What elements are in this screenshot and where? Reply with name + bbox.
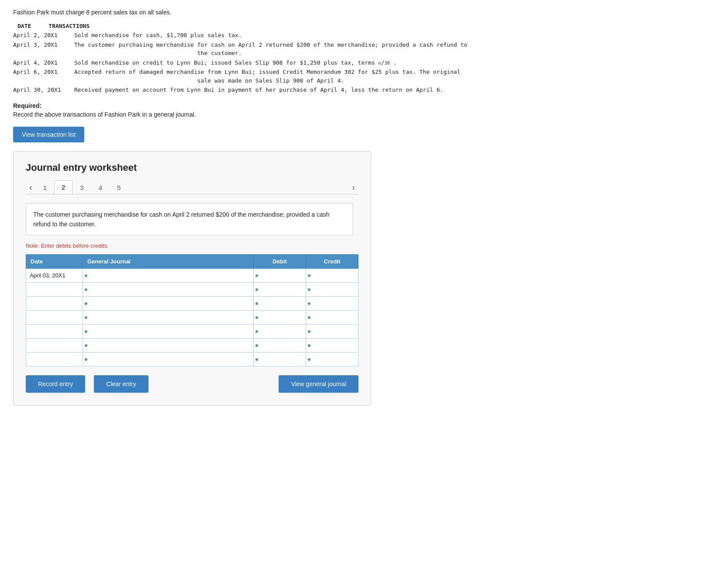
col-header-general-journal: General Journal — [83, 255, 254, 269]
entry-cell-2[interactable] — [83, 283, 254, 297]
clear-entry-button[interactable]: Clear entry — [94, 375, 148, 393]
col-header-credit: Credit — [306, 255, 358, 269]
view-general-journal-button[interactable]: View general journal — [279, 375, 358, 393]
record-entry-button[interactable]: Record entry — [26, 375, 85, 393]
entry-input-4[interactable] — [83, 311, 253, 324]
tx-text-5: Received payment on account from Lynn Bu… — [74, 86, 704, 94]
entry-input-7[interactable] — [83, 353, 253, 366]
scenario-box: The customer purchasing merchandise for … — [26, 203, 353, 236]
entry-cell-6[interactable] — [83, 339, 254, 353]
transaction-row-5: April 30, 20X1 Received payment on accou… — [13, 86, 704, 94]
date-header: DATE — [17, 23, 31, 29]
table-row-2 — [26, 283, 358, 297]
tx-date-2: April 3, 20X1 — [13, 41, 74, 58]
date-cell-3 — [26, 297, 83, 311]
tab-5[interactable]: 5 — [110, 181, 128, 194]
required-text: Record the above transactions of Fashion… — [13, 111, 704, 118]
entry-cell-3[interactable] — [83, 297, 254, 311]
transactions-table: DATE TRANSACTIONS April 2, 20X1 Sold mer… — [13, 23, 704, 94]
col-header-date: Date — [26, 255, 83, 269]
entry-input-6[interactable] — [83, 339, 253, 352]
debit-cell-3[interactable] — [254, 297, 306, 311]
table-row-6 — [26, 339, 358, 353]
tx-text-1: Sold merchandise for cash, $1,700 plus s… — [74, 31, 704, 40]
tab-navigation: ‹ 1 2 3 4 5 › — [26, 180, 358, 194]
tab-1[interactable]: 1 — [36, 181, 54, 194]
journal-table: Date General Journal Debit Credit April … — [26, 254, 358, 367]
intro-text: Fashion Park must charge 8 percent sales… — [13, 9, 704, 16]
transaction-row-2: April 3, 20X1 The customer purchasing me… — [13, 41, 704, 58]
entry-input-5[interactable] — [83, 325, 253, 338]
table-row-4 — [26, 311, 358, 325]
note-text: Note: Enter debits before credits. — [26, 242, 358, 249]
tab-2[interactable]: 2 — [54, 180, 72, 194]
worksheet-container: Journal entry worksheet ‹ 1 2 3 4 5 › Th… — [13, 151, 371, 406]
tab-prev-arrow[interactable]: ‹ — [26, 180, 36, 194]
table-row-3 — [26, 297, 358, 311]
entry-cell-7[interactable] — [83, 353, 254, 367]
date-cell-7 — [26, 353, 83, 367]
credit-input-6[interactable] — [306, 339, 358, 352]
credit-input-3[interactable] — [306, 297, 358, 310]
credit-input-5[interactable] — [306, 325, 358, 338]
required-section: Required: Record the above transactions … — [13, 102, 704, 118]
tx-date-1: April 2, 20X1 — [13, 31, 74, 40]
debit-input-7[interactable] — [254, 353, 306, 366]
required-label: Required: — [13, 102, 704, 109]
debit-input-5[interactable] — [254, 325, 306, 338]
entry-input-2[interactable] — [83, 283, 253, 296]
transaction-row-3: April 4, 20X1 Sold merchandise on credit… — [13, 59, 704, 67]
debit-cell-4[interactable] — [254, 311, 306, 325]
entry-cell-4[interactable] — [83, 311, 254, 325]
table-row-1: April 03, 20X1 — [26, 269, 358, 283]
date-cell-5 — [26, 325, 83, 339]
worksheet-title: Journal entry worksheet — [26, 162, 358, 173]
entry-cell-1[interactable] — [83, 269, 254, 283]
debit-input-1[interactable] — [254, 269, 306, 282]
tab-next-arrow[interactable]: › — [348, 180, 358, 194]
debit-input-2[interactable] — [254, 283, 306, 296]
entry-input-1[interactable] — [83, 269, 253, 282]
col-header-debit: Debit — [254, 255, 306, 269]
date-cell-2 — [26, 283, 83, 297]
debit-input-4[interactable] — [254, 311, 306, 324]
tx-header: TRANSACTIONS — [48, 23, 90, 29]
tx-date-3: April 4, 20X1 — [13, 59, 74, 67]
transaction-row-4: April 6, 20X1 Accepted return of damaged… — [13, 68, 704, 85]
credit-cell-5[interactable] — [306, 325, 358, 339]
table-row-5 — [26, 325, 358, 339]
credit-input-7[interactable] — [306, 353, 358, 366]
entry-cell-5[interactable] — [83, 325, 254, 339]
debit-cell-5[interactable] — [254, 325, 306, 339]
tab-4[interactable]: 4 — [91, 181, 110, 194]
credit-cell-2[interactable] — [306, 283, 358, 297]
tab-3[interactable]: 3 — [72, 181, 91, 194]
tx-date-5: April 30, 20X1 — [13, 86, 74, 94]
tx-text-2: The customer purchasing merchandise for … — [74, 41, 704, 58]
credit-cell-6[interactable] — [306, 339, 358, 353]
credit-cell-3[interactable] — [306, 297, 358, 311]
tx-text-3: Sold merchandise on credit to Lynn Bui; … — [74, 59, 704, 67]
date-cell-1: April 03, 20X1 — [26, 269, 83, 283]
tx-date-4: April 6, 20X1 — [13, 68, 74, 85]
debit-cell-2[interactable] — [254, 283, 306, 297]
debit-input-3[interactable] — [254, 297, 306, 310]
view-transaction-button[interactable]: View transaction list — [13, 127, 84, 142]
button-row: Record entry Clear entry View general jo… — [26, 375, 358, 393]
debit-cell-7[interactable] — [254, 353, 306, 367]
credit-input-2[interactable] — [306, 283, 358, 296]
credit-cell-4[interactable] — [306, 311, 358, 325]
debit-cell-1[interactable] — [254, 269, 306, 283]
entry-input-3[interactable] — [83, 297, 253, 310]
debit-cell-6[interactable] — [254, 339, 306, 353]
credit-input-4[interactable] — [306, 311, 358, 324]
date-cell-6 — [26, 339, 83, 353]
debit-input-6[interactable] — [254, 339, 306, 352]
credit-cell-1[interactable] — [306, 269, 358, 283]
date-cell-4 — [26, 311, 83, 325]
tx-text-4: Accepted return of damaged merchandise f… — [74, 68, 704, 85]
credit-input-1[interactable] — [306, 269, 358, 282]
table-row-7 — [26, 353, 358, 367]
credit-cell-7[interactable] — [306, 353, 358, 367]
transaction-row-1: April 2, 20X1 Sold merchandise for cash,… — [13, 31, 704, 40]
